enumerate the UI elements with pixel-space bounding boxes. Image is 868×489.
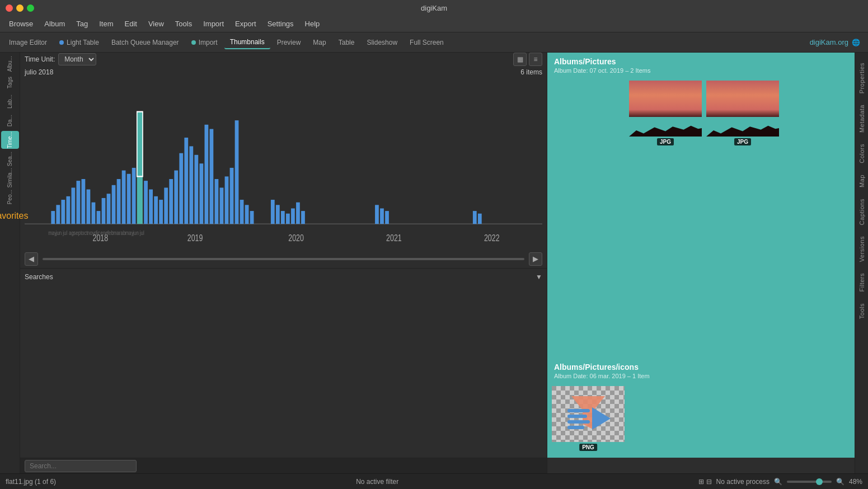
svg-rect-53	[210, 129, 214, 224]
tab-import[interactable]: Import	[186, 36, 223, 49]
menu-item-settings[interactable]: Settings	[263, 18, 298, 30]
sidebar-icon-timeline: Time...	[7, 131, 13, 148]
svg-rect-57	[230, 168, 234, 224]
sidebar-icon-similar: Simila...	[7, 168, 13, 188]
menu-item-album[interactable]: Album	[40, 18, 69, 30]
tab-slideshow[interactable]: Slideshow	[361, 36, 403, 49]
svg-rect-32	[107, 194, 111, 224]
menu-item-browse[interactable]: Browse	[4, 18, 37, 30]
tab-preview[interactable]: Preview	[271, 36, 307, 49]
searches-header[interactable]: Searches ▼	[25, 271, 542, 283]
sidebar-item-tags[interactable]: Tags	[1, 74, 19, 92]
timeline-next-button[interactable]: ▶	[529, 252, 542, 266]
menu-item-import[interactable]: Import	[199, 18, 228, 30]
sidebar-item-star[interactable]: Favorites	[1, 207, 19, 225]
search-bar	[20, 458, 547, 473]
timeline-prev-button[interactable]: ◀	[25, 252, 38, 266]
sidebar-icon-albums: Albu...	[7, 56, 13, 72]
tab-thumbnails[interactable]: Thumbnails	[224, 36, 270, 49]
tab-image-editor[interactable]: Image Editor	[3, 36, 53, 49]
svg-rect-50	[194, 155, 198, 224]
svg-rect-40	[144, 181, 148, 224]
tab-table[interactable]: Table	[333, 36, 360, 49]
tab-batch-queue[interactable]: Batch Queue Manager	[106, 36, 185, 49]
right-sidebar-tab-captions[interactable]: Captions	[856, 193, 867, 231]
chart-line-button[interactable]: ≡	[529, 53, 542, 66]
zoom-thumb[interactable]	[816, 478, 823, 485]
timeline-chart[interactable]: 2018 2019 2020 2021 2022 may jun jul ag …	[25, 77, 542, 250]
svg-rect-46	[174, 171, 178, 224]
right-sidebar-tab-metadata[interactable]: Metadata	[856, 99, 867, 138]
search-input[interactable]	[25, 460, 137, 472]
svg-rect-51	[199, 163, 203, 224]
album-icons-title: Albums/Pictures/icons	[554, 363, 848, 372]
album-icons-grid: PNG	[547, 384, 855, 458]
album-pictures-header[interactable]: Albums/Pictures Album Date: 07 oct. 2019…	[547, 53, 855, 78]
right-sidebar-tab-filters[interactable]: Filters	[856, 267, 867, 297]
time-unit-select[interactable]: Month Week Day Year	[58, 53, 96, 65]
tab-fullscreen[interactable]: Full Screen	[404, 36, 449, 49]
sidebar-item-dates[interactable]: Da...	[1, 112, 19, 130]
svg-marker-79	[592, 407, 611, 430]
sidebar-icon-star: Favorites	[0, 211, 28, 221]
svg-rect-68	[301, 211, 305, 224]
svg-rect-22	[56, 205, 60, 224]
sidebar-item-timeline[interactable]: Time...	[1, 131, 19, 149]
chart-container[interactable]: 2018 2019 2020 2021 2022 may jun jul ag …	[25, 77, 542, 250]
tabbar-right: digiKam.org 🌐	[810, 38, 865, 46]
svg-rect-56	[225, 176, 229, 224]
menu-item-item[interactable]: Item	[95, 18, 118, 30]
menu-item-export[interactable]: Export	[231, 18, 261, 30]
sidebar-item-labels[interactable]: Lab...	[1, 93, 19, 111]
svg-rect-33	[112, 185, 116, 224]
close-button[interactable]	[6, 4, 13, 12]
zoom-slider[interactable]	[787, 481, 832, 483]
svg-rect-41	[149, 190, 153, 224]
thumb-badge-2: JPG	[734, 138, 751, 145]
svg-rect-34	[117, 179, 121, 224]
maximize-button[interactable]	[27, 4, 34, 12]
tab-map[interactable]: Map	[307, 36, 331, 49]
svg-text:jun: jun	[55, 229, 62, 237]
svg-rect-70	[380, 208, 384, 224]
zoom-out-icon[interactable]: 🔍	[774, 478, 782, 486]
right-sidebar-tab-tools[interactable]: Tools	[856, 298, 867, 325]
searches-collapse-icon[interactable]: ▼	[536, 273, 542, 281]
timeline-scrollbar[interactable]	[43, 258, 524, 260]
right-sidebar-tab-properties[interactable]: Properties	[856, 57, 867, 99]
thumb-badge-1: JPG	[657, 138, 674, 145]
album-pictures: Albums/Pictures Album Date: 07 oct. 2019…	[547, 53, 855, 358]
tab-light-table[interactable]: Light Table	[54, 36, 105, 49]
items-count: 6 items	[520, 68, 542, 76]
svg-rect-60	[245, 205, 249, 224]
center-panel: Time Unit: Month Week Day Year ▦ ≡ julio…	[20, 53, 547, 473]
menu-item-tools[interactable]: Tools	[171, 18, 196, 30]
svg-rect-26	[77, 181, 81, 224]
thumb-png-1[interactable]: PNG	[552, 386, 625, 453]
thumb-jpg-1[interactable]: JPG	[629, 81, 702, 148]
right-sidebar-tab-map[interactable]: Map	[856, 169, 867, 193]
thumb-jpg-2[interactable]: JPG	[706, 81, 779, 148]
sidebar-item-people[interactable]: Peo...	[1, 188, 19, 206]
menu-item-view[interactable]: View	[144, 18, 168, 30]
sidebar-item-search[interactable]: Sea...	[1, 150, 19, 168]
chart-buttons: ▦ ≡	[513, 53, 542, 66]
chart-bar-button[interactable]: ▦	[513, 53, 527, 66]
svg-text:sept: sept	[73, 229, 82, 237]
tab-label-table: Table	[339, 39, 355, 46]
menu-item-tag[interactable]: Tag	[72, 18, 92, 30]
sidebar-item-albums[interactable]: Albu...	[1, 55, 19, 73]
album-pictures-subtitle: Album Date: 07 oct. 2019 – 2 Items	[554, 67, 848, 74]
right-sidebar-tab-versions[interactable]: Versions	[856, 231, 867, 267]
menu-item-edit[interactable]: Edit	[120, 18, 141, 30]
svg-rect-61	[250, 211, 254, 224]
right-sidebar-tab-colors[interactable]: Colors	[856, 138, 867, 169]
minimize-button[interactable]	[16, 4, 24, 12]
sidebar-item-similar[interactable]: Simila...	[1, 169, 19, 187]
digikam-link[interactable]: digiKam.org	[810, 38, 848, 46]
menu-item-help[interactable]: Help	[301, 18, 325, 30]
zoom-in-icon[interactable]: 🔍	[836, 478, 844, 486]
album-icons-header[interactable]: Albums/Pictures/icons Album Date: 06 mar…	[547, 358, 855, 384]
statusbar: flat11.jpg (1 of 6) No active filter ⊞ ⊟…	[0, 473, 868, 489]
albums-panel: Albums/Pictures Album Date: 07 oct. 2019…	[547, 53, 855, 473]
